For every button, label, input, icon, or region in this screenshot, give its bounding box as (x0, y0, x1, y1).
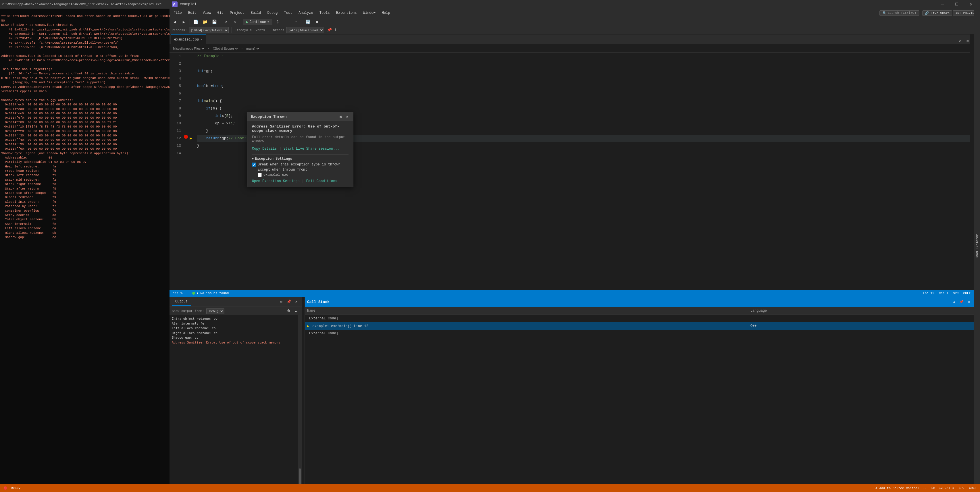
tab-close-icon[interactable]: ✕ (200, 38, 202, 41)
toolbar-redo[interactable]: ↪ (231, 18, 239, 26)
search-box[interactable]: 🔍 Search (Ctrl+Q) (880, 10, 920, 16)
thread-select[interactable]: [24788] Main Thread (286, 27, 324, 33)
code-line-5: bool b = true ; (197, 83, 972, 90)
toolbar-stop[interactable]: ⏹ (313, 18, 321, 26)
dialog-expand-icon[interactable]: ⊡ (338, 114, 343, 119)
output-pin-icon[interactable]: 📌 (286, 299, 292, 305)
search-placeholder: Search (Ctrl+Q) (888, 11, 916, 15)
toolbar-undo[interactable]: ↩ (222, 18, 230, 26)
code-l12-indent (197, 135, 206, 142)
menu-help[interactable]: Help (379, 10, 393, 16)
output-float-icon[interactable]: ⊡ (278, 299, 285, 305)
code-l9-indent (197, 112, 215, 120)
sep1 (189, 19, 190, 25)
callstack-pin-icon[interactable]: 📌 (958, 299, 964, 305)
toolbar-save[interactable]: 💾 (210, 18, 218, 26)
code-line-4 (197, 75, 972, 83)
editor-split-icon[interactable]: ⊞ (964, 38, 971, 44)
status-source-control[interactable]: ⊕ Add to Source Control ... (875, 486, 927, 490)
live-share-session-link[interactable]: Start Live Share session... (283, 147, 339, 151)
code-l11-indent (197, 127, 206, 135)
output-close-icon[interactable]: ✕ (293, 299, 299, 305)
menu-test[interactable]: Test (281, 10, 295, 16)
code-l10-indent (197, 120, 215, 127)
collapse-icon[interactable]: ▼ (252, 157, 254, 160)
menu-view[interactable]: View (200, 10, 214, 16)
code-line-3: int *gp; (197, 68, 972, 75)
output-tab[interactable]: Output (172, 298, 191, 306)
output-source-label: Show output from: (172, 309, 204, 313)
code-l13-text: } (197, 142, 199, 150)
output-word-wrap-icon[interactable]: ↵ (293, 308, 299, 314)
callstack-col-name-header: Name (307, 309, 751, 313)
minimize-btn[interactable]: — (936, 0, 949, 9)
callstack-close-icon[interactable]: ✕ (966, 299, 972, 305)
break-when-checkbox[interactable] (252, 163, 256, 167)
toolbar-fwd[interactable]: ▶ (180, 18, 188, 26)
code-l12-return: return (206, 135, 220, 142)
menu-edit[interactable]: Edit (185, 10, 199, 16)
continue-button[interactable]: ▶ Continue ▾ (243, 19, 272, 25)
scope-select[interactable]: (Global Scope) (212, 46, 239, 51)
no-issues-icon (192, 292, 196, 295)
toolbar-step-over[interactable]: ⤵ (274, 18, 282, 26)
editor-scrollbar[interactable] (970, 52, 974, 297)
output-clear-icon[interactable]: 🗑 (286, 308, 292, 314)
tab-label: example1.cpp (174, 38, 199, 42)
continue-dropdown-icon[interactable]: ▾ (267, 20, 269, 24)
breakpoint-line12[interactable] (184, 135, 188, 139)
toolbar-step-in[interactable]: ↓ (283, 18, 291, 26)
maximize-btn[interactable]: □ (950, 0, 963, 9)
pin-icon[interactable]: 📌 (327, 28, 332, 32)
copy-details-link[interactable]: Copy Details (252, 147, 277, 151)
toolbar-step-out[interactable]: ↑ (292, 18, 300, 26)
breadcrumb-sep2: › (241, 47, 243, 50)
menu-analyze[interactable]: Analyze (296, 10, 316, 16)
callstack-row-1[interactable]: ▶ example1.exe!main() Line 12 C++ (305, 322, 974, 330)
output-scrollbar[interactable] (298, 315, 302, 492)
close-btn[interactable]: ✕ (964, 0, 978, 9)
code-l3-text: *gp; (204, 68, 213, 75)
func-select[interactable]: main() (245, 46, 260, 51)
open-settings-link[interactable]: Open Exception Settings (252, 179, 300, 183)
thread-label: Thread: (271, 29, 284, 32)
menu-bar: File Edit View Git Project Build Debug T… (170, 9, 980, 17)
svg-text:V: V (173, 3, 175, 7)
thread-info-icon[interactable]: ℹ (335, 28, 336, 32)
line-num-2: 2 (172, 60, 181, 68)
toolbar-open[interactable]: 📁 (201, 18, 209, 26)
code-line-8: if (b) { (197, 105, 972, 112)
output-line-2: ASan internal: fe (172, 321, 299, 326)
file-group-select[interactable]: Miscellaneous Files (172, 46, 205, 51)
output-source-select[interactable]: Debug (206, 308, 224, 314)
dialog-title-bar: Exception Thrown ⊡ ✕ (247, 112, 353, 121)
code-l10-num: 1 (231, 120, 233, 127)
tab-example1-cpp[interactable]: example1.cpp ✕ (171, 35, 206, 44)
example-exe-checkbox[interactable] (258, 173, 262, 177)
menu-debug[interactable]: Debug (264, 10, 280, 16)
code-line-7: int main () { (197, 97, 972, 105)
code-l7-int: int (197, 97, 204, 105)
output-scrollbar-thumb[interactable] (299, 468, 301, 486)
menu-file[interactable]: File (171, 10, 185, 16)
dialog-close-icon[interactable]: ✕ (344, 114, 350, 119)
edit-conditions-link[interactable]: Edit Conditions (306, 179, 337, 183)
live-share-button[interactable]: 🔗 Live Share (922, 10, 953, 16)
menu-build[interactable]: Build (248, 10, 264, 16)
editor-settings-icon[interactable]: ⚙ (957, 38, 963, 44)
menu-extensions[interactable]: Extensions (333, 10, 360, 16)
menu-tools[interactable]: Tools (317, 10, 333, 16)
callstack-row-0[interactable]: [External Code] (305, 315, 974, 322)
process-select[interactable]: [18184] example1.exe (189, 27, 229, 33)
toolbar-new[interactable]: 📄 (192, 18, 200, 26)
toolbar-back[interactable]: ◀ (171, 18, 179, 26)
menu-window[interactable]: Window (360, 10, 379, 16)
menu-project[interactable]: Project (227, 10, 247, 16)
exception-settings: ▼ Exception Settings Break when this exc… (252, 154, 348, 177)
menu-git[interactable]: Git (214, 10, 226, 16)
toolbar-restart[interactable]: 🔄 (304, 18, 312, 26)
callstack-row-2[interactable]: [External Code] (305, 330, 974, 337)
title-bar-buttons: — □ ✕ (936, 0, 978, 9)
line-num-8: 8 (172, 105, 181, 112)
callstack-float-icon[interactable]: ⊡ (951, 299, 957, 305)
